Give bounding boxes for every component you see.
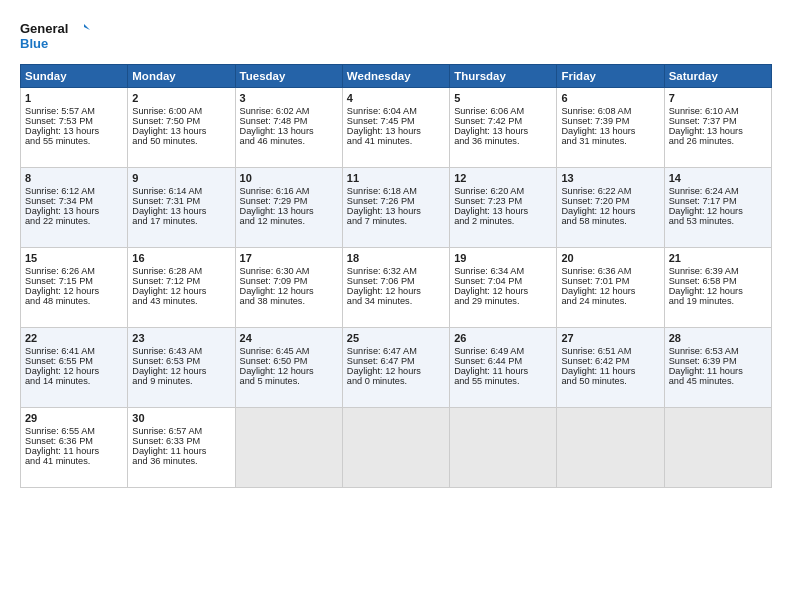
calendar-cell: 4Sunrise: 6:04 AMSunset: 7:45 PMDaylight… <box>342 88 449 168</box>
cell-line: and 45 minutes. <box>669 376 767 386</box>
cell-line: Sunrise: 6:45 AM <box>240 346 338 356</box>
cell-line: Sunrise: 6:22 AM <box>561 186 659 196</box>
calendar-cell: 8Sunrise: 6:12 AMSunset: 7:34 PMDaylight… <box>21 168 128 248</box>
calendar-cell: 17Sunrise: 6:30 AMSunset: 7:09 PMDayligh… <box>235 248 342 328</box>
day-number: 26 <box>454 332 552 344</box>
cell-line: Daylight: 13 hours <box>347 126 445 136</box>
calendar-cell: 3Sunrise: 6:02 AMSunset: 7:48 PMDaylight… <box>235 88 342 168</box>
cell-line: Sunrise: 6:36 AM <box>561 266 659 276</box>
cell-line: and 2 minutes. <box>454 216 552 226</box>
cell-line: Daylight: 13 hours <box>25 126 123 136</box>
cell-line: and 9 minutes. <box>132 376 230 386</box>
cell-line: Sunrise: 6:02 AM <box>240 106 338 116</box>
cell-line: Daylight: 11 hours <box>669 366 767 376</box>
calendar-cell: 28Sunrise: 6:53 AMSunset: 6:39 PMDayligh… <box>664 328 771 408</box>
day-number: 24 <box>240 332 338 344</box>
cell-line: and 50 minutes. <box>561 376 659 386</box>
header: General Blue <box>20 18 772 54</box>
cell-line: Daylight: 11 hours <box>25 446 123 456</box>
cell-line: Sunset: 7:53 PM <box>25 116 123 126</box>
day-number: 9 <box>132 172 230 184</box>
cell-line: and 46 minutes. <box>240 136 338 146</box>
dow-header: Friday <box>557 65 664 88</box>
cell-line: and 14 minutes. <box>25 376 123 386</box>
calendar-week-row: 8Sunrise: 6:12 AMSunset: 7:34 PMDaylight… <box>21 168 772 248</box>
calendar-cell: 11Sunrise: 6:18 AMSunset: 7:26 PMDayligh… <box>342 168 449 248</box>
calendar-cell: 15Sunrise: 6:26 AMSunset: 7:15 PMDayligh… <box>21 248 128 328</box>
cell-line: Daylight: 12 hours <box>347 366 445 376</box>
day-number: 11 <box>347 172 445 184</box>
calendar-cell: 9Sunrise: 6:14 AMSunset: 7:31 PMDaylight… <box>128 168 235 248</box>
cell-line: Sunrise: 6:30 AM <box>240 266 338 276</box>
cell-line: Sunrise: 6:43 AM <box>132 346 230 356</box>
cell-line: and 48 minutes. <box>25 296 123 306</box>
cell-line: Sunset: 7:12 PM <box>132 276 230 286</box>
cell-line: Sunrise: 5:57 AM <box>25 106 123 116</box>
calendar-cell <box>664 408 771 488</box>
cell-line: Daylight: 12 hours <box>669 286 767 296</box>
cell-line: Sunrise: 6:24 AM <box>669 186 767 196</box>
cell-line: Daylight: 12 hours <box>561 286 659 296</box>
cell-line: Daylight: 12 hours <box>132 286 230 296</box>
cell-line: Daylight: 11 hours <box>561 366 659 376</box>
cell-line: Daylight: 13 hours <box>240 126 338 136</box>
cell-line: Daylight: 12 hours <box>240 286 338 296</box>
cell-line: and 29 minutes. <box>454 296 552 306</box>
cell-line: and 7 minutes. <box>347 216 445 226</box>
days-of-week-row: SundayMondayTuesdayWednesdayThursdayFrid… <box>21 65 772 88</box>
cell-line: Sunset: 7:09 PM <box>240 276 338 286</box>
calendar-cell <box>557 408 664 488</box>
cell-line: Sunset: 6:50 PM <box>240 356 338 366</box>
day-number: 20 <box>561 252 659 264</box>
day-number: 14 <box>669 172 767 184</box>
calendar-week-row: 29Sunrise: 6:55 AMSunset: 6:36 PMDayligh… <box>21 408 772 488</box>
cell-line: and 38 minutes. <box>240 296 338 306</box>
cell-line: Sunset: 6:44 PM <box>454 356 552 366</box>
dow-header: Thursday <box>450 65 557 88</box>
cell-line: Sunrise: 6:51 AM <box>561 346 659 356</box>
cell-line: Sunrise: 6:06 AM <box>454 106 552 116</box>
cell-line: Sunset: 6:42 PM <box>561 356 659 366</box>
calendar-cell: 12Sunrise: 6:20 AMSunset: 7:23 PMDayligh… <box>450 168 557 248</box>
day-number: 22 <box>25 332 123 344</box>
cell-line: and 53 minutes. <box>669 216 767 226</box>
calendar-cell: 26Sunrise: 6:49 AMSunset: 6:44 PMDayligh… <box>450 328 557 408</box>
cell-line: Sunset: 7:50 PM <box>132 116 230 126</box>
day-number: 3 <box>240 92 338 104</box>
day-number: 8 <box>25 172 123 184</box>
calendar-cell: 30Sunrise: 6:57 AMSunset: 6:33 PMDayligh… <box>128 408 235 488</box>
day-number: 16 <box>132 252 230 264</box>
cell-line: Sunrise: 6:32 AM <box>347 266 445 276</box>
calendar-cell: 1Sunrise: 5:57 AMSunset: 7:53 PMDaylight… <box>21 88 128 168</box>
cell-line: Sunset: 6:33 PM <box>132 436 230 446</box>
cell-line: and 0 minutes. <box>347 376 445 386</box>
cell-line: and 17 minutes. <box>132 216 230 226</box>
cell-line: Sunrise: 6:41 AM <box>25 346 123 356</box>
cell-line: Sunrise: 6:10 AM <box>669 106 767 116</box>
dow-header: Monday <box>128 65 235 88</box>
cell-line: and 34 minutes. <box>347 296 445 306</box>
day-number: 6 <box>561 92 659 104</box>
cell-line: Sunset: 7:42 PM <box>454 116 552 126</box>
svg-text:Blue: Blue <box>20 36 48 51</box>
dow-header: Sunday <box>21 65 128 88</box>
cell-line: Daylight: 13 hours <box>132 126 230 136</box>
cell-line: Sunrise: 6:55 AM <box>25 426 123 436</box>
cell-line: Sunset: 6:53 PM <box>132 356 230 366</box>
cell-line: Daylight: 12 hours <box>240 366 338 376</box>
svg-text:General: General <box>20 21 68 36</box>
calendar-cell: 18Sunrise: 6:32 AMSunset: 7:06 PMDayligh… <box>342 248 449 328</box>
cell-line: Daylight: 13 hours <box>561 126 659 136</box>
calendar-cell <box>342 408 449 488</box>
cell-line: Daylight: 13 hours <box>132 206 230 216</box>
calendar-table: SundayMondayTuesdayWednesdayThursdayFrid… <box>20 64 772 488</box>
cell-line: Daylight: 12 hours <box>347 286 445 296</box>
cell-line: Sunrise: 6:14 AM <box>132 186 230 196</box>
cell-line: and 41 minutes. <box>347 136 445 146</box>
calendar-cell: 24Sunrise: 6:45 AMSunset: 6:50 PMDayligh… <box>235 328 342 408</box>
day-number: 25 <box>347 332 445 344</box>
calendar-week-row: 1Sunrise: 5:57 AMSunset: 7:53 PMDaylight… <box>21 88 772 168</box>
cell-line: Sunrise: 6:12 AM <box>25 186 123 196</box>
cell-line: and 58 minutes. <box>561 216 659 226</box>
cell-line: Daylight: 12 hours <box>25 366 123 376</box>
